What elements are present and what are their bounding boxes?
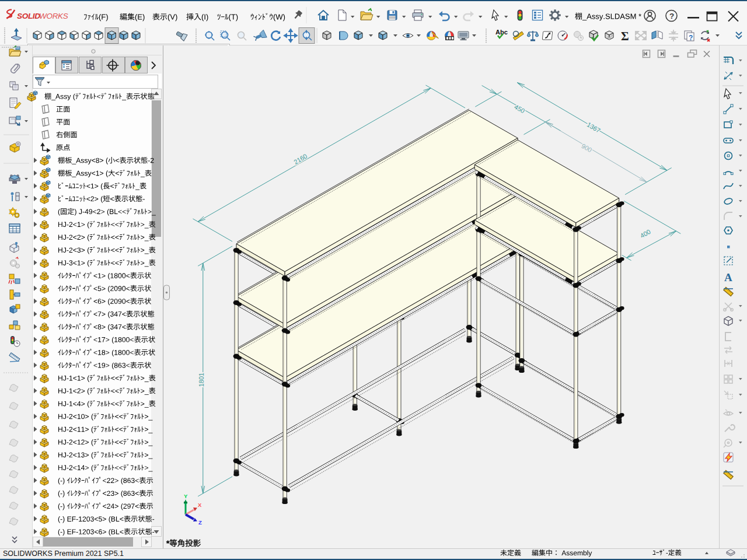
svg-text:1801: 1801	[198, 373, 205, 387]
svg-text:Y: Y	[184, 493, 188, 499]
svg-text:SOLIDWORKS Premium 2021 SP5.1: SOLIDWORKS Premium 2021 SP5.1	[3, 550, 124, 558]
svg-text:X: X	[198, 502, 202, 508]
svg-text:A: A	[724, 271, 732, 284]
svg-text:SOLID: SOLID	[17, 12, 40, 20]
svg-text:Σ: Σ	[621, 29, 629, 43]
svg-text:?: ?	[669, 12, 674, 20]
svg-text:Z: Z	[198, 519, 202, 526]
svg-text:?: ?	[689, 34, 693, 42]
svg-text:WORKS: WORKS	[39, 12, 68, 20]
